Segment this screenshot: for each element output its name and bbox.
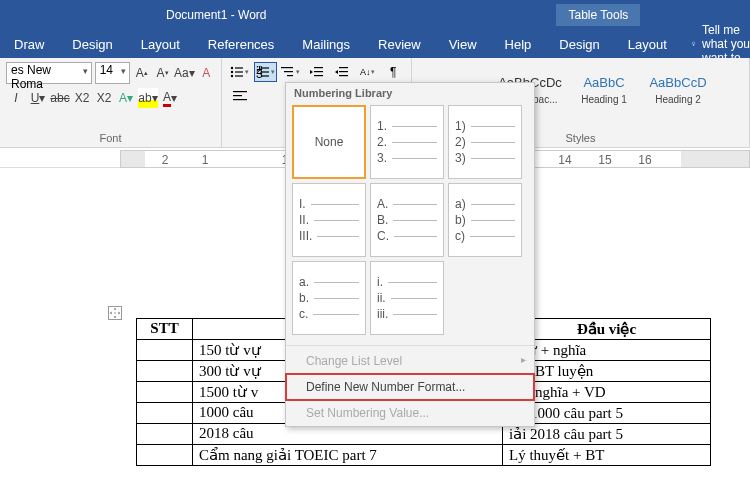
- numbering-library-title: Numbering Library: [286, 83, 534, 103]
- grow-font-button[interactable]: A▴: [133, 63, 151, 83]
- text-effects-button[interactable]: A▾: [116, 88, 136, 108]
- table-move-handle[interactable]: [108, 306, 122, 320]
- show-marks-button[interactable]: ¶: [381, 62, 405, 82]
- table-cell[interactable]: [137, 403, 193, 424]
- tab-review[interactable]: Review: [364, 30, 435, 58]
- svg-rect-25: [233, 91, 247, 92]
- svg-point-4: [231, 71, 233, 73]
- document-title: Document1 - Word: [166, 8, 266, 22]
- change-list-level-item: Change List Level: [286, 348, 534, 374]
- set-numbering-value-item: Set Numbering Value...: [286, 400, 534, 426]
- tab-table-layout[interactable]: Layout: [614, 30, 681, 58]
- svg-rect-19: [314, 75, 323, 76]
- svg-rect-14: [281, 67, 293, 68]
- numbering-option[interactable]: a.b.c.: [292, 261, 366, 335]
- tab-mailings[interactable]: Mailings: [288, 30, 364, 58]
- style-box[interactable]: AaBbCHeading 1: [568, 62, 640, 118]
- font-color-button[interactable]: A▾: [160, 88, 180, 108]
- numbering-option[interactable]: 1)2)3): [448, 105, 522, 179]
- font-size-select[interactable]: 14: [95, 62, 130, 84]
- tab-help[interactable]: Help: [491, 30, 546, 58]
- table-cell[interactable]: [137, 340, 193, 361]
- table-cell[interactable]: Lý thuyết + BT: [503, 445, 711, 466]
- svg-marker-24: [335, 70, 338, 74]
- table-tools-label: Table Tools: [556, 4, 640, 26]
- svg-rect-15: [284, 71, 293, 72]
- numbering-library-menu: Numbering Library None 1.2.3.1)2)3)I.II.…: [285, 82, 535, 427]
- svg-rect-7: [235, 75, 243, 76]
- svg-rect-23: [339, 75, 348, 76]
- clear-format-button[interactable]: A: [197, 63, 215, 83]
- tab-references[interactable]: References: [194, 30, 288, 58]
- subscript-button[interactable]: X2: [72, 88, 92, 108]
- svg-point-2: [231, 67, 233, 69]
- sort-button[interactable]: A↓: [356, 62, 380, 82]
- font-group: es New Roma 14 A▴ A▾ Aa▾ A I U▾ abc X2 X…: [0, 58, 222, 148]
- italic-button[interactable]: I: [6, 88, 26, 108]
- numbering-button[interactable]: 123: [254, 62, 278, 82]
- svg-rect-26: [233, 95, 242, 96]
- svg-rect-21: [339, 67, 348, 68]
- multilevel-button[interactable]: [279, 62, 303, 82]
- svg-rect-22: [339, 71, 348, 72]
- style-preview: AaBbCcD: [649, 75, 706, 90]
- numbering-option-none[interactable]: None: [292, 105, 366, 179]
- numbering-option[interactable]: i.ii.iii.: [370, 261, 444, 335]
- underline-button[interactable]: U▾: [28, 88, 48, 108]
- svg-marker-20: [310, 70, 313, 74]
- increase-indent-button[interactable]: [330, 62, 354, 82]
- svg-rect-27: [233, 99, 247, 100]
- strike-button[interactable]: abc: [50, 88, 70, 108]
- style-preview: AaBbC: [583, 75, 624, 90]
- numbering-option[interactable]: I.II.III.: [292, 183, 366, 257]
- svg-rect-1: [693, 45, 694, 46]
- lightbulb-icon: [691, 37, 696, 51]
- decrease-indent-button[interactable]: [305, 62, 329, 82]
- superscript-button[interactable]: X2: [94, 88, 114, 108]
- define-new-number-format-item[interactable]: Define New Number Format...: [286, 374, 534, 400]
- change-case-button[interactable]: Aa▾: [174, 63, 194, 83]
- table-cell[interactable]: [137, 361, 193, 382]
- shrink-font-button[interactable]: A▾: [154, 63, 172, 83]
- font-group-label: Font: [6, 132, 215, 144]
- table-cell[interactable]: [137, 445, 193, 466]
- align-left-button[interactable]: [228, 86, 252, 106]
- style-box[interactable]: AaBbCcDHeading 2: [642, 62, 714, 118]
- svg-rect-3: [235, 67, 243, 68]
- svg-point-0: [692, 42, 695, 45]
- tab-table-design[interactable]: Design: [545, 30, 613, 58]
- svg-rect-17: [314, 67, 323, 68]
- svg-point-6: [231, 75, 233, 77]
- table-cell[interactable]: [137, 424, 193, 445]
- bullets-button[interactable]: [228, 62, 252, 82]
- tab-draw[interactable]: Draw: [0, 30, 58, 58]
- table-header[interactable]: STT: [137, 319, 193, 340]
- svg-rect-13: [261, 75, 269, 76]
- svg-rect-5: [235, 71, 243, 72]
- style-name: Heading 1: [581, 94, 627, 105]
- svg-rect-18: [314, 71, 323, 72]
- font-name-select[interactable]: es New Roma: [6, 62, 92, 84]
- tab-view[interactable]: View: [435, 30, 491, 58]
- table-cell[interactable]: Cẩm nang giải TOEIC part 7: [193, 445, 503, 466]
- table-cell[interactable]: [137, 382, 193, 403]
- ribbon-tabs: Draw Design Layout References Mailings R…: [0, 30, 750, 58]
- numbering-option[interactable]: a)b)c): [448, 183, 522, 257]
- style-name: Heading 2: [655, 94, 701, 105]
- numbering-option[interactable]: 1.2.3.: [370, 105, 444, 179]
- numbering-option[interactable]: A.B.C.: [370, 183, 444, 257]
- tab-design[interactable]: Design: [58, 30, 126, 58]
- highlight-button[interactable]: ab▾: [138, 88, 158, 108]
- tab-layout[interactable]: Layout: [127, 30, 194, 58]
- svg-rect-16: [287, 75, 293, 76]
